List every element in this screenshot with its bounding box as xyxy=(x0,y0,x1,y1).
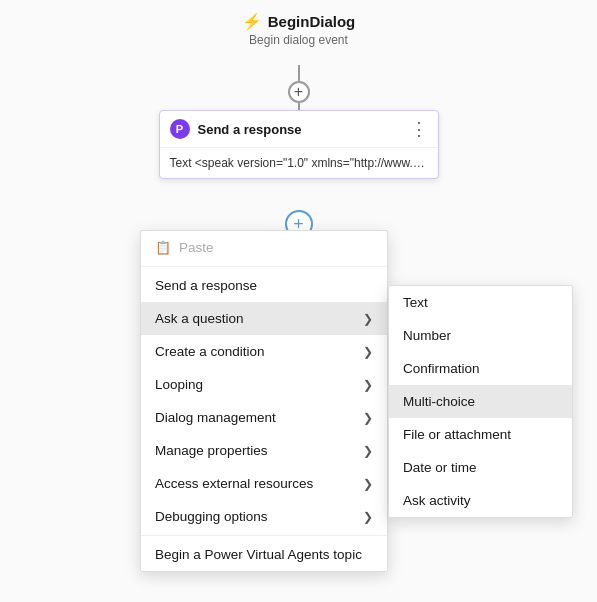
menu-item-paste-label: Paste xyxy=(179,240,214,255)
menu-item-create-condition[interactable]: Create a condition ❯ xyxy=(141,335,387,368)
menu-item-looping[interactable]: Looping ❯ xyxy=(141,368,387,401)
submenu-item-date-time[interactable]: Date or time xyxy=(389,451,572,484)
menu-divider-2 xyxy=(141,535,387,536)
menu-item-access-external-label: Access external resources xyxy=(155,476,313,491)
submenu-item-file-attachment-label: File or attachment xyxy=(403,427,511,442)
submenu-item-multi-choice[interactable]: Multi-choice xyxy=(389,385,572,418)
card-menu-button[interactable]: ⋮ xyxy=(410,120,428,138)
menu-item-begin-pva-label: Begin a Power Virtual Agents topic xyxy=(155,547,362,562)
chevron-access-external-icon: ❯ xyxy=(363,477,373,491)
menu-item-paste[interactable]: 📋 Paste xyxy=(141,231,387,264)
begin-dialog-label: BeginDialog xyxy=(268,13,356,30)
menu-item-dialog-management-label: Dialog management xyxy=(155,410,276,425)
card-title: Send a response xyxy=(198,122,302,137)
connector-top xyxy=(298,65,300,81)
menu-item-manage-properties-label: Manage properties xyxy=(155,443,268,458)
submenu-item-ask-activity[interactable]: Ask activity xyxy=(389,484,572,517)
context-menu: 📋 Paste Send a response Ask a question ❯… xyxy=(140,230,388,572)
menu-item-debugging-label: Debugging options xyxy=(155,509,268,524)
chevron-looping-icon: ❯ xyxy=(363,378,373,392)
begin-dialog-subtitle: Begin dialog event xyxy=(249,33,348,47)
submenu-item-date-time-label: Date or time xyxy=(403,460,477,475)
menu-item-debugging[interactable]: Debugging options ❯ xyxy=(141,500,387,533)
begin-dialog-box: ⚡ BeginDialog Begin dialog event xyxy=(242,12,356,47)
menu-item-looping-label: Looping xyxy=(155,377,203,392)
begin-dialog-node: ⚡ BeginDialog Begin dialog event xyxy=(242,12,356,47)
card-icon: P xyxy=(170,119,190,139)
canvas: ⚡ BeginDialog Begin dialog event + P Sen… xyxy=(0,0,597,602)
submenu-item-ask-activity-label: Ask activity xyxy=(403,493,471,508)
menu-item-ask-question-label: Ask a question xyxy=(155,311,244,326)
submenu: Text Number Confirmation Multi-choice Fi… xyxy=(388,285,573,518)
submenu-item-confirmation[interactable]: Confirmation xyxy=(389,352,572,385)
menu-item-create-condition-label: Create a condition xyxy=(155,344,265,359)
chevron-dialog-management-icon: ❯ xyxy=(363,411,373,425)
menu-item-send-response-label: Send a response xyxy=(155,278,257,293)
add-button-top[interactable]: + xyxy=(288,81,310,103)
submenu-item-multi-choice-label: Multi-choice xyxy=(403,394,475,409)
send-response-card: P Send a response ⋮ Text <speak version=… xyxy=(159,110,439,179)
card-header: P Send a response ⋮ xyxy=(160,111,438,148)
paste-icon: 📋 xyxy=(155,240,171,255)
menu-item-dialog-management[interactable]: Dialog management ❯ xyxy=(141,401,387,434)
chevron-ask-question-icon: ❯ xyxy=(363,312,373,326)
submenu-item-file-attachment[interactable]: File or attachment xyxy=(389,418,572,451)
submenu-item-confirmation-label: Confirmation xyxy=(403,361,480,376)
chevron-manage-properties-icon: ❯ xyxy=(363,444,373,458)
lightning-icon: ⚡ xyxy=(242,12,262,31)
menu-divider xyxy=(141,266,387,267)
card-body: Text <speak version="1.0" xmlns="http://… xyxy=(160,148,438,178)
menu-item-begin-pva[interactable]: Begin a Power Virtual Agents topic xyxy=(141,538,387,571)
chevron-debugging-icon: ❯ xyxy=(363,510,373,524)
chevron-create-condition-icon: ❯ xyxy=(363,345,373,359)
submenu-item-text[interactable]: Text xyxy=(389,286,572,319)
submenu-item-text-label: Text xyxy=(403,295,428,310)
begin-dialog-title: ⚡ BeginDialog xyxy=(242,12,356,31)
menu-item-ask-question[interactable]: Ask a question ❯ xyxy=(141,302,387,335)
card-header-left: P Send a response xyxy=(170,119,302,139)
menu-item-send-response[interactable]: Send a response xyxy=(141,269,387,302)
menu-item-access-external[interactable]: Access external resources ❯ xyxy=(141,467,387,500)
submenu-item-number-label: Number xyxy=(403,328,451,343)
menu-item-manage-properties[interactable]: Manage properties ❯ xyxy=(141,434,387,467)
submenu-item-number[interactable]: Number xyxy=(389,319,572,352)
